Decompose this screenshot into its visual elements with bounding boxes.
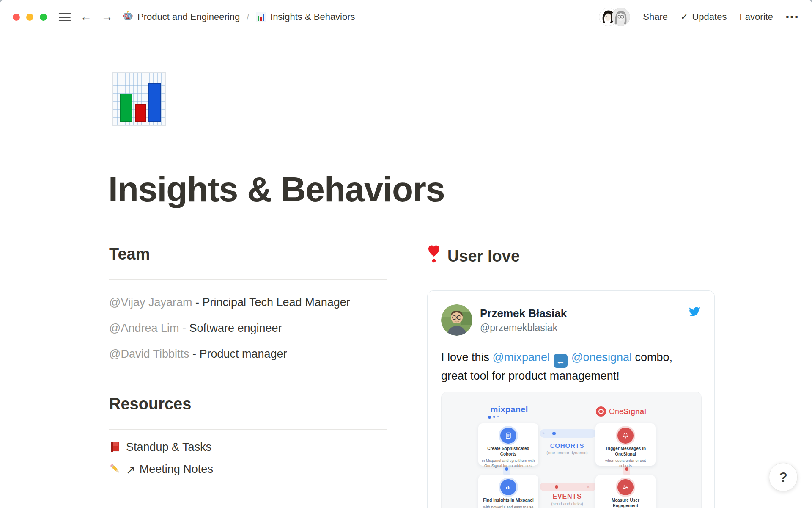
external-arrow-icon: ↗ (126, 464, 135, 477)
more-options-icon[interactable]: ••• (786, 11, 799, 22)
tweet-embed[interactable]: Przemek Błasiak @przemekblasiak I love t… (427, 290, 715, 508)
events-label: EVENTS (send and clicks) (535, 493, 599, 506)
onesignal-logo: OneSignal (596, 406, 646, 417)
diagram-card-body: when users enter or exit cohorts (599, 458, 652, 468)
flow-chevrons: » (542, 431, 544, 436)
team-members: @Vijay Jayaram - Principal Tech Lead Man… (109, 293, 387, 364)
mixpanel-logo-text: mixpanel (490, 405, 528, 414)
left-right-arrow-emoji: ↔ (554, 354, 568, 368)
team-heading[interactable]: Team (109, 245, 387, 264)
tweet-author: Przemek Błasiak @przemekblasiak (480, 304, 567, 334)
standup-tasks-label[interactable]: Standup & Tasks (126, 441, 211, 456)
minimize-window-button[interactable] (26, 14, 33, 21)
cohorts-label: COHORTS (one-time or dynamic) (535, 442, 599, 455)
diagram-card-body: with powerful and easy to use reports (482, 505, 535, 508)
team-member[interactable]: @David Tibbitts - Product manager (109, 345, 387, 363)
heart-exclamation-icon (427, 245, 441, 268)
right-column: User love (427, 245, 715, 508)
user-mention[interactable]: @Vijay Jayaram (109, 296, 192, 309)
blue-bar (148, 83, 161, 122)
cohorts-sublabel: (one-time or dynamic) (535, 450, 599, 455)
sidebar-toggle-icon[interactable] (59, 13, 71, 21)
updates-button[interactable]: ✓ Updates (680, 11, 727, 22)
share-button[interactable]: Share (643, 11, 668, 22)
member-role: - Principal Tech Lead Manager (192, 296, 350, 309)
twitter-icon[interactable] (688, 306, 701, 317)
resources-heading[interactable]: Resources (109, 395, 387, 414)
divider (109, 429, 387, 430)
resource-links: Standup & Tasks ↗ Meeting Notes (109, 441, 387, 478)
left-column: Team @Vijay Jayaram - Principal Tech Lea… (109, 245, 387, 508)
meeting-notes-label[interactable]: Meeting Notes (140, 463, 213, 478)
breadcrumb: Product and Engineering / Insights & Beh… (122, 10, 355, 24)
document-icon (500, 428, 516, 444)
favorite-label: Favorite (739, 11, 773, 22)
help-button[interactable]: ? (769, 463, 798, 491)
red-book-icon (109, 441, 121, 456)
breadcrumb-current-label: Insights & Behaviors (270, 11, 355, 22)
page-title[interactable]: Insights & Behaviors (108, 169, 445, 209)
engagement-chart-icon (617, 479, 634, 495)
breadcrumb-current[interactable]: Insights & Behaviors (256, 11, 355, 22)
robot-icon (122, 10, 133, 24)
user-love-heading[interactable]: User love (427, 245, 715, 268)
divider (109, 279, 387, 280)
user-love-label: User love (447, 247, 520, 266)
tweet-author-name[interactable]: Przemek Błasiak (480, 307, 567, 320)
mixpanel-mention-link[interactable]: @mixpanel (493, 351, 550, 364)
member-role: - Product manager (189, 348, 287, 360)
onesignal-mark-icon (596, 406, 606, 417)
user-mention[interactable]: @Andrea Lim (109, 322, 179, 334)
tweet-media-image[interactable]: mixpanel OneSignal » (441, 392, 702, 508)
breadcrumb-separator: / (247, 12, 249, 22)
forward-icon[interactable]: → (101, 11, 113, 23)
mixpanel-logo: mixpanel (484, 405, 535, 419)
topbar: ← → (0, 0, 812, 34)
onesignal-logo-signal: Signal (623, 407, 646, 416)
diagram-card-find-insights: Find Insights in Mixpanel with powerful … (478, 475, 538, 508)
avatar (612, 8, 630, 26)
team-member[interactable]: @Andrea Lim - Software engineer (109, 319, 387, 337)
events-label-text: EVENTS (535, 493, 599, 500)
pencil-icon (109, 463, 121, 478)
tweet-text-segment: I love this (441, 351, 493, 364)
topbar-actions: Share ✓ Updates Favorite ••• (599, 8, 799, 26)
user-mention[interactable]: @David Tibbitts (109, 348, 189, 360)
page-icon-bar-chart[interactable] (112, 72, 166, 126)
standup-tasks-link[interactable]: Standup & Tasks (109, 441, 387, 456)
diagram-card-body: in Mixpanel and sync them with OneSignal… (482, 458, 535, 468)
notion-window: ← → (0, 0, 812, 508)
team-member[interactable]: @Vijay Jayaram - Principal Tech Lead Man… (109, 293, 387, 312)
breadcrumb-parent[interactable]: Product and Engineering (122, 10, 240, 24)
tweet-text: I love this @mixpanel↔@onesignal combo, … (441, 349, 701, 384)
diagram-card-title: Create Sophisticated Cohorts (482, 446, 535, 457)
events-sublabel: (send and clicks) (535, 502, 599, 506)
breadcrumb-parent-label: Product and Engineering (137, 11, 240, 22)
onesignal-logo-one: One (609, 407, 623, 416)
close-window-button[interactable] (13, 14, 20, 21)
fullscreen-window-button[interactable] (40, 14, 47, 21)
bell-icon (617, 428, 634, 444)
tweet-header: Przemek Błasiak @przemekblasiak (441, 304, 701, 336)
presence-avatars[interactable] (599, 8, 630, 26)
diagram-card-title: Trigger Messages in OneSignal (599, 446, 652, 457)
diagram-card-trigger-messages: Trigger Messages in OneSignal when users… (595, 423, 656, 466)
red-bar (135, 104, 146, 122)
meeting-notes-link[interactable]: ↗ Meeting Notes (109, 463, 387, 478)
updates-label: Updates (692, 11, 727, 22)
mixpanel-logo-dots (484, 416, 535, 419)
diagram-card-title: Find Insights in Mixpanel (483, 498, 533, 503)
tweet-author-handle[interactable]: @przemekblasiak (480, 322, 567, 334)
check-icon: ✓ (680, 11, 688, 22)
cohorts-flow-line (540, 429, 596, 438)
diagram-card-title: Measure User Engagement (599, 498, 652, 508)
green-bar (120, 94, 132, 122)
flow-dot (555, 485, 558, 489)
insights-chart-icon (500, 479, 516, 495)
favorite-button[interactable]: Favorite (739, 11, 773, 22)
tweet-author-avatar[interactable] (441, 304, 472, 336)
onesignal-mention-link[interactable]: @onesignal (571, 351, 632, 364)
back-icon[interactable]: ← (80, 11, 92, 23)
cohorts-label-text: COHORTS (535, 442, 599, 449)
content-columns: Team @Vijay Jayaram - Principal Tech Lea… (109, 245, 715, 508)
